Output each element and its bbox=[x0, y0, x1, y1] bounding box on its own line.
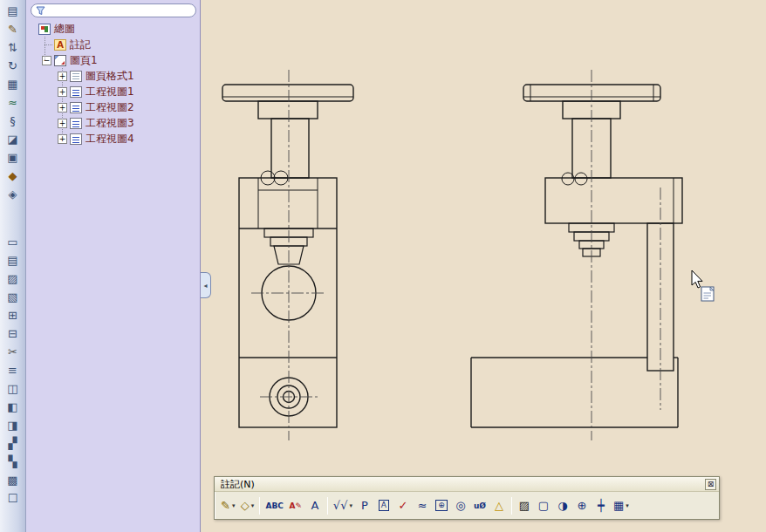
revision-cloud-icon[interactable]: ▢ bbox=[534, 495, 553, 516]
dowel-pin-icon-glyph: ◑ bbox=[557, 500, 567, 512]
format-painter-icon[interactable]: A✎ bbox=[286, 495, 305, 516]
weld-symbol-icon[interactable]: P bbox=[355, 495, 374, 516]
dense-fill-icon[interactable]: ▩ bbox=[3, 471, 24, 488]
side-view[interactable] bbox=[471, 85, 682, 427]
drawing-view-icon bbox=[70, 86, 82, 98]
drawing-root-icon bbox=[38, 24, 51, 35]
area-hatch-icon[interactable]: ▨ bbox=[515, 495, 534, 516]
cells-tool-icon[interactable]: ⊞ bbox=[3, 306, 24, 324]
frame-tool-icon[interactable]: ▭ bbox=[3, 233, 24, 250]
filter-funnel-icon bbox=[36, 6, 45, 16]
view-palette-icon[interactable]: ▣ bbox=[3, 148, 24, 166]
annotation-toolbar-titlebar[interactable]: 註記(N) ⊠ bbox=[215, 477, 719, 492]
surface-finish-icon[interactable]: √√▾ bbox=[331, 495, 355, 516]
merge-cells-icon[interactable]: ⊟ bbox=[3, 324, 24, 342]
revision-cloud-icon-glyph: ▢ bbox=[538, 500, 549, 512]
hole-callout-icon-glyph: uØ bbox=[474, 500, 486, 512]
diamond-marker-icon[interactable]: ◆ bbox=[3, 167, 24, 184]
dowel-pin-icon[interactable]: ◑ bbox=[553, 495, 572, 516]
centerline-icon[interactable]: ┿ bbox=[592, 495, 611, 516]
tree-item-4[interactable]: +工程視圖1 bbox=[26, 84, 200, 99]
annotation-toolbar-title: 註記(N) bbox=[221, 478, 705, 491]
datum-feature-icon[interactable]: A bbox=[374, 495, 393, 516]
list-tool-icon[interactable]: ≡ bbox=[3, 361, 24, 379]
check-symbol-icon-glyph: ✓ bbox=[399, 500, 408, 512]
close-button[interactable]: ⊠ bbox=[705, 479, 716, 490]
rotate-view-icon[interactable]: ↻ bbox=[3, 57, 24, 74]
side-view-centerlines bbox=[592, 70, 660, 440]
view-grid-icon[interactable]: ▦ bbox=[3, 75, 24, 92]
tree-item-3[interactable]: +圖頁格式1 bbox=[26, 68, 200, 84]
revision-symbol-icon[interactable]: △ bbox=[489, 495, 509, 516]
grid-tool-icon[interactable]: ▤ bbox=[3, 251, 24, 269]
filter-input[interactable] bbox=[49, 5, 191, 16]
spline-icon[interactable]: ≈ bbox=[3, 93, 24, 111]
tree-item-label: 工程視圖2 bbox=[85, 100, 134, 115]
tree-item-label: 工程視圖4 bbox=[85, 132, 134, 147]
diagonal-fill-icon[interactable]: ▞ bbox=[3, 434, 24, 452]
feature-tree-panel: 總圖A註記−圖頁1+圖頁格式1+工程視圖1+工程視圖2+工程視圖3+工程視圖4 bbox=[26, 0, 201, 532]
left-toolbar-group: ▭▤▨▧⊞⊟✂≡◫◧◨▞▚▩☐ bbox=[3, 233, 24, 508]
toolbar-separator bbox=[327, 497, 328, 515]
outline-box-icon[interactable]: ☐ bbox=[3, 489, 24, 507]
note-text-icon-glyph: A bbox=[311, 500, 318, 512]
sheet-format-icon bbox=[70, 71, 82, 82]
tree-item-6[interactable]: +工程視圖3 bbox=[26, 115, 200, 131]
section-symbol-icon[interactable]: § bbox=[3, 112, 24, 129]
dropdown-arrow-icon[interactable]: ▾ bbox=[251, 502, 255, 509]
balloon-icon-glyph: ◇ bbox=[241, 500, 250, 512]
table-icon[interactable]: ▦▾ bbox=[611, 495, 632, 516]
hole-callout-icon[interactable]: uØ bbox=[470, 495, 489, 516]
geometric-tolerance-icon[interactable]: ⊕ bbox=[432, 495, 451, 516]
tree-item-label: 工程視圖1 bbox=[85, 85, 134, 99]
pattern-tool-icon[interactable]: ▧ bbox=[3, 288, 24, 305]
drawing-sheet[interactable] bbox=[201, 0, 766, 532]
feature-tree: 總圖A註記−圖頁1+圖頁格式1+工程視圖1+工程視圖2+工程視圖3+工程視圖4 bbox=[26, 21, 200, 147]
sheet-properties-icon[interactable]: ▤ bbox=[3, 2, 24, 19]
half-fill-left-icon[interactable]: ◧ bbox=[3, 398, 24, 415]
note-icon[interactable]: ✎▾ bbox=[218, 495, 237, 516]
table-icon-glyph: ▦ bbox=[613, 500, 624, 512]
check-symbol-icon[interactable]: ✓ bbox=[393, 495, 413, 516]
drawing-view-icon bbox=[70, 118, 82, 129]
dropdown-arrow-icon[interactable]: ▾ bbox=[626, 502, 629, 509]
caterpillar-icon-glyph: ≈ bbox=[418, 500, 427, 512]
solidworks-drawing-window: ▤✎⇅↻▦≈§◪▣◆◈▭▤▨▧⊞⊟✂≡◫◧◨▞▚▩☐ 總圖A註記−圖頁1+圖頁格… bbox=[0, 0, 766, 532]
front-view-centerlines bbox=[251, 70, 326, 440]
hatch-tool-icon[interactable]: ▨ bbox=[3, 269, 24, 287]
small-diamond-icon[interactable]: ◈ bbox=[3, 185, 24, 202]
dropdown-arrow-icon[interactable]: ▾ bbox=[232, 502, 236, 509]
note-text-icon[interactable]: A bbox=[305, 495, 325, 516]
collapse-expander-icon[interactable]: − bbox=[42, 56, 51, 65]
spell-checker-icon[interactable]: ABC bbox=[263, 495, 285, 516]
feature-tree-filter bbox=[31, 3, 196, 17]
tree-item-0[interactable]: 總圖 bbox=[26, 21, 200, 37]
swap-arrows-icon[interactable]: ⇅ bbox=[3, 38, 24, 56]
datum-target-icon[interactable]: ◎ bbox=[451, 495, 470, 516]
toolbar-separator bbox=[259, 497, 260, 515]
dropdown-arrow-icon[interactable]: ▾ bbox=[349, 502, 352, 509]
front-view[interactable] bbox=[222, 85, 353, 427]
columns-tool-icon[interactable]: ◫ bbox=[3, 379, 24, 397]
diagonal-fill-alt-icon[interactable]: ▚ bbox=[3, 453, 24, 470]
left-toolbar-group: ▤✎⇅↻▦≈§◪▣◆◈ bbox=[3, 2, 24, 203]
tree-item-2[interactable]: −圖頁1 bbox=[26, 52, 200, 68]
annotations-folder-icon: A bbox=[54, 39, 66, 51]
mouse-cursor-icon bbox=[692, 270, 714, 301]
projected-view-icon[interactable]: ◪ bbox=[3, 130, 24, 147]
half-fill-right-icon[interactable]: ◨ bbox=[3, 416, 24, 433]
tree-connector-line bbox=[44, 37, 45, 60]
panel-collapse-handle[interactable]: ◂ bbox=[201, 272, 211, 298]
drawing-view-icon bbox=[70, 133, 82, 145]
area-hatch-icon-glyph: ▨ bbox=[519, 500, 530, 512]
tree-item-7[interactable]: +工程視圖4 bbox=[26, 131, 200, 147]
cut-tool-icon[interactable]: ✂ bbox=[3, 343, 24, 360]
caterpillar-icon[interactable]: ≈ bbox=[413, 495, 432, 516]
drawing-canvas[interactable] bbox=[201, 0, 766, 532]
tree-item-5[interactable]: +工程視圖2 bbox=[26, 99, 200, 115]
annotation-toolbar: 註記(N) ⊠ ✎▾◇▾ABCA✎A√√▾PA✓≈⊕◎uØ△▨▢◑⊕┿▦▾ bbox=[214, 476, 720, 520]
balloon-icon[interactable]: ◇▾ bbox=[237, 495, 256, 516]
center-mark-icon-glyph: ⊕ bbox=[578, 500, 587, 512]
edit-annotation-icon[interactable]: ✎ bbox=[3, 20, 24, 38]
center-mark-icon[interactable]: ⊕ bbox=[572, 495, 592, 516]
